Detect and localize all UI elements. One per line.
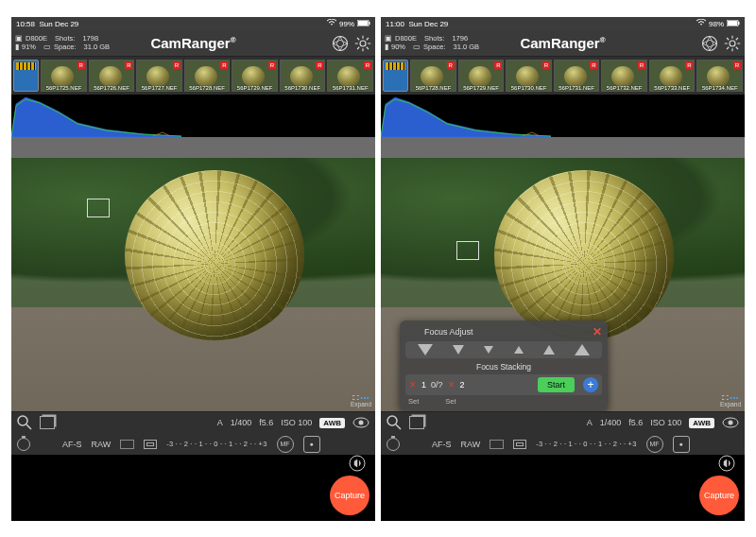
whitebalance-value[interactable]: AWB	[319, 418, 345, 428]
thumbnail[interactable]: R 56P1730.NEF	[280, 60, 326, 92]
drive-mode-icon[interactable]	[490, 440, 504, 449]
gallery-icon[interactable]	[409, 416, 424, 429]
shutter-value[interactable]: 1/400	[600, 418, 622, 427]
thumbnail[interactable]: R 56P1726.NEF	[89, 60, 135, 92]
timer-icon[interactable]	[387, 438, 400, 451]
clear-point-a-icon[interactable]: ✕	[409, 380, 417, 390]
whitebalance-value[interactable]: AWB	[689, 418, 714, 428]
thumb-rating-badge: R	[220, 61, 228, 69]
storage-icon: ▭	[43, 43, 51, 51]
blackout: A 1/400 f5.6 ISO 100 AWB AF-S RAW -3 · ·…	[381, 411, 745, 461]
mode-value[interactable]: A	[587, 418, 593, 427]
status-time: 11:00	[386, 20, 404, 28]
iso-value[interactable]: ISO 100	[650, 418, 681, 427]
free-space: 31.0 GB	[454, 43, 480, 51]
af-mode[interactable]: AF-S	[62, 440, 82, 449]
card-source-icon[interactable]	[13, 60, 39, 92]
thumbnail[interactable]: R 56P1729.NEF	[458, 60, 505, 92]
thumbnail[interactable]: R 56P1727.NEF	[136, 60, 182, 92]
close-icon[interactable]: ✕	[593, 325, 602, 338]
brand-logo: CamRanger®	[150, 35, 235, 51]
metering-icon[interactable]	[144, 440, 157, 449]
thumb-rating-badge: R	[316, 61, 323, 69]
thumbnail[interactable]: R 56P1729.NEF	[232, 60, 278, 92]
aperture-value[interactable]: f5.6	[259, 418, 273, 427]
record-icon[interactable]: ●	[303, 436, 320, 453]
timer-icon[interactable]	[17, 438, 30, 451]
histogram	[381, 95, 745, 137]
metering-icon[interactable]	[513, 440, 526, 449]
capture-button[interactable]: Capture	[330, 476, 369, 515]
mf-toggle[interactable]: MF	[646, 436, 663, 453]
thumbnail[interactable]: R 56P1733.NEF	[649, 60, 696, 92]
thumbnail[interactable]: R 56P1728.NEF	[184, 60, 231, 92]
capture-button[interactable]: Capture	[699, 476, 739, 515]
magnifier-icon[interactable]	[387, 415, 402, 430]
focus-near-medium-icon[interactable]	[543, 345, 555, 355]
mode-value[interactable]: A	[217, 418, 223, 427]
battery-pct: 91%	[22, 43, 36, 51]
gallery-icon[interactable]	[40, 416, 55, 429]
set-a-button[interactable]: Set	[408, 397, 419, 406]
speaker-icon[interactable]	[349, 455, 366, 472]
live-view[interactable]: Focus Adjust✕ Focus Stacking ✕1 0/? ✕2 S…	[381, 137, 745, 411]
thumb-filename: 56P1731.NEF	[555, 85, 599, 91]
clear-point-b-icon[interactable]: ✕	[448, 380, 455, 390]
liveview-toggle-icon[interactable]	[722, 414, 739, 431]
set-b-button[interactable]: Set	[445, 397, 455, 406]
thumbnail-strip[interactable]: R 56P1728.NEF R 56P1729.NEF R 56P1730.NE…	[381, 57, 745, 95]
stack-start-button[interactable]: Start	[538, 377, 575, 392]
thumbnail[interactable]: R 56P1731.NEF	[554, 60, 600, 92]
focus-far-medium-icon[interactable]	[453, 345, 464, 355]
thumb-filename: 56P1729.NEF	[459, 85, 504, 91]
card-source-icon[interactable]	[383, 60, 408, 92]
thumbnail[interactable]: R 56P1730.NEF	[506, 60, 552, 92]
thumb-filename: 56P1734.NEF	[697, 85, 742, 91]
mf-toggle[interactable]: MF	[277, 436, 294, 453]
focus-far-small-icon[interactable]	[484, 346, 493, 354]
file-format[interactable]: RAW	[92, 440, 112, 449]
stack-point-b: 2	[460, 380, 465, 390]
live-view[interactable]: ⛶ ••• Expand	[11, 137, 375, 411]
svg-rect-11	[728, 21, 737, 26]
thumbnail[interactable]: R 56P1725.NEF	[41, 60, 87, 92]
focus-far-large-icon[interactable]	[418, 344, 433, 355]
thumbnail[interactable]: R 56P1728.NEF	[410, 60, 456, 92]
stack-add-icon[interactable]: +	[583, 377, 598, 392]
focus-near-large-icon[interactable]	[575, 344, 590, 355]
thumbnail-strip[interactable]: R 56P1725.NEF R 56P1726.NEF R 56P1727.NE…	[11, 57, 375, 95]
thumbnail[interactable]: R 56P1734.NEF	[696, 60, 743, 92]
focus-indicator[interactable]	[87, 199, 110, 217]
magnifier-icon[interactable]	[17, 415, 32, 430]
shutter-value[interactable]: 1/400	[231, 418, 252, 427]
af-mode[interactable]: AF-S	[432, 440, 452, 449]
thumbnail[interactable]: R 56P1731.NEF	[327, 60, 373, 92]
thumb-rating-badge: R	[364, 61, 371, 69]
battery-pct: 90%	[391, 43, 405, 51]
settings-gear-icon[interactable]	[354, 35, 371, 52]
file-format[interactable]: RAW	[461, 440, 481, 449]
aperture-icon[interactable]	[701, 35, 718, 52]
thumb-rating-badge: R	[268, 61, 276, 69]
record-icon[interactable]: ●	[673, 436, 690, 453]
expand-button[interactable]: ⛶ ••• Expand	[720, 394, 741, 407]
aperture-icon[interactable]	[332, 35, 349, 52]
liveview-toggle-icon[interactable]	[352, 414, 369, 431]
expand-button[interactable]: ⛶ ••• Expand	[351, 394, 371, 407]
thumb-rating-badge: R	[447, 61, 455, 69]
thumbnail[interactable]: R 56P1732.NEF	[601, 60, 647, 92]
svg-line-16	[396, 424, 401, 429]
focus-indicator[interactable]	[456, 241, 479, 260]
histogram	[11, 95, 375, 137]
drive-mode-icon[interactable]	[120, 440, 134, 449]
stack-counter: 0/?	[431, 380, 443, 390]
speaker-icon[interactable]	[718, 455, 735, 472]
aperture-value[interactable]: f5.6	[628, 418, 643, 427]
wifi-pct: 99%	[339, 20, 354, 28]
ev-scale[interactable]: -3 · · 2 · · 1 · · 0 · · 1 · · 2 · · +3	[536, 440, 636, 448]
settings-gear-icon[interactable]	[724, 35, 741, 52]
focus-near-small-icon[interactable]	[514, 346, 524, 354]
svg-point-13	[703, 36, 717, 50]
iso-value[interactable]: ISO 100	[281, 418, 312, 427]
ev-scale[interactable]: -3 · · 2 · · 1 · · 0 · · 1 · · 2 · · +3	[166, 440, 266, 448]
